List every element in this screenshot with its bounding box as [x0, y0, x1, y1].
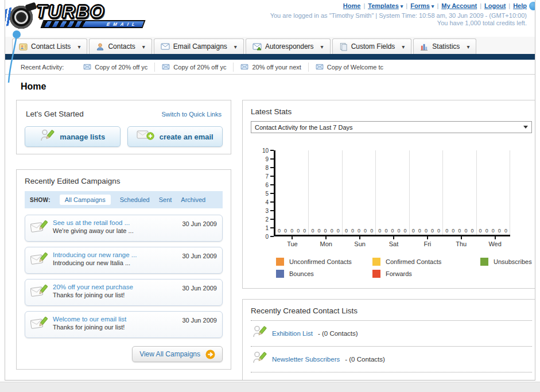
campaign-row[interactable]: Introducing our new range ...Introducing… — [25, 247, 223, 274]
campaign-row[interactable]: 20% off your next purchaseThanks for joi… — [25, 279, 223, 306]
contact-list-count: - (0 Contacts) — [318, 330, 358, 337]
chart-day-group: 00000 — [343, 150, 376, 235]
campaign-subtitle: Thanks for joining our list! — [53, 292, 133, 298]
filter-tab-sent[interactable]: Sent — [159, 196, 172, 203]
legend-label: Confirmed Contacts — [386, 258, 441, 265]
campaign-row[interactable]: See us at the retail food ...We're givin… — [25, 215, 223, 242]
y-tick-label: 5 — [265, 191, 269, 197]
filter-tab-scheduled[interactable]: Scheduled — [120, 196, 150, 203]
person-pencil-icon — [252, 325, 267, 342]
chart-value-label: 0 — [452, 228, 454, 234]
campaign-title-link[interactable]: 20% off your next purchase — [53, 284, 133, 290]
envelope-icon — [83, 64, 91, 70]
contact-list-items: Exhibition List - (0 Contacts)Newsletter… — [251, 321, 532, 372]
chart-value-label: 0 — [318, 228, 321, 234]
tab-email-campaigns[interactable]: Email Campaigns — [154, 38, 244, 54]
tab-label: Email Campaigns — [173, 42, 227, 51]
legend-swatch — [372, 270, 380, 278]
y-tick-label: 3 — [265, 208, 269, 214]
link-separator: | — [437, 2, 438, 9]
login-status: You are logged in as "Timothy Smith" | S… — [270, 12, 527, 19]
link-separator: | — [480, 2, 481, 9]
tab-custom-fields[interactable]: Custom Fields — [332, 38, 412, 54]
tab-contacts[interactable]: Contacts — [89, 38, 151, 54]
chart-legend: Unconfirmed ContactsConfirmed ContactsUn… — [276, 258, 532, 278]
campaign-subtitle: We're giving away our late ... — [53, 227, 134, 234]
chart-value-label: 0 — [458, 228, 461, 234]
campaign-title-link[interactable]: See us at the retail food ... — [53, 219, 134, 226]
campaign-title-link[interactable]: Welcome to our email list — [53, 316, 126, 323]
contact-list-name-link[interactable]: Exhibition List — [272, 330, 313, 337]
legend-item: Confirmed Contacts — [372, 258, 480, 266]
x-tick-label: Mon — [309, 236, 343, 247]
envelope-pencil-icon — [30, 284, 48, 301]
envelope-icon — [316, 64, 324, 70]
header-link-templates[interactable]: Templates — [368, 2, 403, 9]
chart-day-group: 00000 — [275, 150, 309, 235]
bottom-strip — [0, 382, 540, 392]
campaign-subtitle: Introducing our new Italia ... — [53, 259, 137, 266]
get-started-buttons: manage listscreate an email — [25, 126, 223, 147]
filter-tab-archived[interactable]: Archived — [181, 196, 205, 203]
decorative-swoosh — [6, 28, 22, 85]
tab-statistics[interactable]: Statistics — [413, 38, 476, 54]
logo-banner: EMAIL — [40, 20, 145, 28]
header-links: Home|Templates|Forms|My Account|Logout|H… — [270, 2, 527, 9]
contact-list-item[interactable]: Newsletter Subscribers - (0 Contacts) — [251, 347, 532, 372]
chart-value-label: 0 — [303, 228, 306, 234]
chart-value-label: 0 — [464, 228, 467, 234]
stats-period-select[interactable]: Contact Activity for the Last 7 Days — [251, 121, 532, 133]
tab-contact-lists[interactable]: Contact Lists — [12, 38, 87, 54]
recent-activity-item[interactable]: 20% off your next — [233, 63, 308, 72]
header-link-my-account[interactable]: My Account — [441, 2, 477, 9]
chart-day-group: 00000 — [477, 150, 510, 235]
campaign-row[interactable]: Welcome to our email listThanks for join… — [25, 311, 223, 338]
header-link-forms[interactable]: Forms — [410, 2, 434, 9]
legend-swatch — [276, 258, 284, 266]
campaign-list: See us at the retail food ...We're givin… — [25, 215, 223, 338]
person-pencil-icon — [252, 351, 267, 368]
contact-list-count: - (0 Contacts) — [345, 356, 385, 363]
tab-label: Contacts — [108, 42, 135, 51]
manage-lists-button[interactable]: manage lists — [25, 126, 121, 147]
contact-activity-chart: 109876543210 000000000000000000000000000… — [259, 150, 532, 278]
recent-activity-bar: Recent Activity: Copy of 20% off ycCopy … — [5, 60, 535, 75]
chart-value-label: 0 — [331, 228, 333, 234]
y-tick-label: 10 — [262, 148, 269, 154]
chart-value-label: 0 — [504, 228, 507, 234]
chart-value-label: 0 — [345, 228, 348, 234]
show-label: SHOW: — [30, 197, 50, 203]
create-an-email-button[interactable]: create an email — [127, 126, 223, 147]
recently-edited-campaigns-panel: Recently Edited Campaigns SHOW: All Camp… — [16, 169, 231, 370]
y-tick-label: 6 — [265, 182, 269, 188]
logo-title: TURBO — [36, 3, 144, 21]
button-label: manage lists — [60, 133, 105, 141]
turbo-email-logo[interactable]: TURBO EMAIL — [6, 1, 150, 34]
x-tick-label: Wed — [478, 236, 512, 247]
recent-activity-item-label: Copy of 20% off yc — [173, 64, 226, 71]
header-link-help[interactable]: Help — [513, 2, 527, 9]
y-tick-label: 9 — [265, 156, 269, 162]
filter-tab-all-campaigns[interactable]: All Campaigns — [60, 195, 111, 205]
recent-activity-item[interactable]: Copy of 20% off yc — [76, 63, 154, 72]
recent-activity-item[interactable]: Copy of Welcome tc — [308, 63, 390, 72]
get-started-title: Let's Get Started — [26, 110, 84, 118]
chevron-down-icon — [139, 42, 145, 51]
chart-value-label: 0 — [324, 228, 327, 234]
view-all-campaigns-button[interactable]: View All Campaigns — [132, 346, 223, 362]
recent-activity-items: Copy of 20% off ycCopy of 20% off yc20% … — [76, 63, 390, 72]
campaign-title-link[interactable]: Introducing our new range ... — [53, 251, 137, 258]
contact-list-item[interactable]: Exhibition List - (0 Contacts) — [251, 321, 532, 347]
chart-value-label: 0 — [485, 228, 488, 234]
chart-day-group: 00000 — [410, 150, 443, 235]
campaigns-title: Recently Edited Campaigns — [25, 177, 223, 185]
contact-list-name-link[interactable]: Newsletter Subscribers — [272, 356, 340, 363]
header-link-logout[interactable]: Logout — [484, 2, 506, 9]
header-link-home[interactable]: Home — [343, 2, 361, 9]
legend-item: Forwards — [372, 270, 480, 278]
recent-activity-item[interactable]: Copy of 20% off yc — [154, 63, 233, 72]
legend-label: Unconfirmed Contacts — [289, 258, 352, 265]
tab-autoresponders[interactable]: Autoresponders — [246, 38, 331, 54]
button-label: create an email — [160, 133, 213, 141]
switch-to-quick-links-link[interactable]: Switch to Quick Links — [161, 111, 222, 118]
